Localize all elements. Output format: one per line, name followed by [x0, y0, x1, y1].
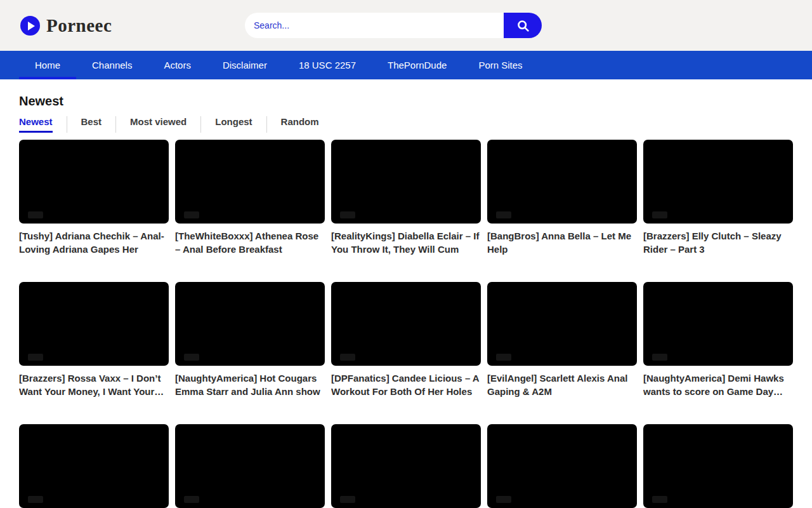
- video-thumbnail[interactable]: [19, 140, 169, 224]
- tab-divider: [266, 116, 267, 133]
- video-title[interactable]: [DPFanatics] Candee Licious – A Workout …: [331, 371, 481, 398]
- tab-divider: [115, 116, 116, 133]
- video-thumbnail[interactable]: [19, 424, 169, 508]
- duration-badge: [28, 211, 43, 218]
- video-card[interactable]: [487, 424, 637, 508]
- video-title[interactable]: [EvilAngel] Scarlett Alexis Anal Gaping …: [487, 371, 637, 398]
- search-button[interactable]: [504, 13, 542, 38]
- search-input[interactable]: [245, 13, 504, 38]
- site-title: Porneec: [46, 15, 112, 36]
- video-thumbnail[interactable]: [331, 424, 481, 508]
- page-title: Newest: [19, 94, 793, 109]
- video-title[interactable]: [BangBros] Anna Bella – Let Me Help: [487, 229, 637, 256]
- video-thumbnail[interactable]: [487, 424, 637, 508]
- duration-badge: [652, 496, 667, 503]
- nav-item-actors[interactable]: Actors: [148, 51, 207, 79]
- video-thumbnail[interactable]: [487, 140, 637, 224]
- video-card[interactable]: [BangBros] Anna Bella – Let Me Help: [487, 140, 637, 256]
- video-card[interactable]: [Tushy] Adriana Chechik – Anal-Loving Ad…: [19, 140, 169, 256]
- sort-tabs: Newest Best Most viewed Longest Random: [19, 116, 793, 133]
- site-header: Porneec: [0, 0, 812, 51]
- video-card[interactable]: [RealityKings] Diabella Eclair – If You …: [331, 140, 481, 256]
- duration-badge: [340, 211, 355, 218]
- video-thumbnail[interactable]: [487, 282, 637, 366]
- duration-badge: [496, 211, 511, 218]
- nav-item-18usc2257[interactable]: 18 USC 2257: [283, 51, 372, 79]
- main-nav: Home Channels Actors Disclaimer 18 USC 2…: [0, 51, 812, 79]
- duration-badge: [340, 496, 355, 503]
- video-title[interactable]: [Brazzers] Rossa Vaxx – I Don’t Want You…: [19, 371, 169, 398]
- duration-badge: [496, 496, 511, 503]
- search-bar: [245, 13, 542, 38]
- duration-badge: [496, 354, 511, 361]
- video-title[interactable]: [Brazzers] Elly Clutch – Sleazy Rider – …: [643, 229, 793, 256]
- video-title[interactable]: [Tushy] Adriana Chechik – Anal-Loving Ad…: [19, 229, 169, 256]
- video-thumbnail[interactable]: [331, 282, 481, 366]
- video-thumbnail[interactable]: [175, 282, 325, 366]
- duration-badge: [652, 211, 667, 218]
- video-thumbnail[interactable]: [175, 424, 325, 508]
- play-icon: [20, 16, 40, 36]
- nav-item-porn-sites[interactable]: Porn Sites: [462, 51, 538, 79]
- nav-item-home[interactable]: Home: [19, 51, 76, 79]
- video-title[interactable]: [NaughtyAmerica] Hot Cougars Emma Starr …: [175, 371, 325, 398]
- video-card[interactable]: [643, 424, 793, 508]
- video-thumbnail[interactable]: [175, 140, 325, 224]
- video-title[interactable]: [TheWhiteBoxxx] Athenea Rose – Anal Befo…: [175, 229, 325, 256]
- duration-badge: [28, 496, 43, 503]
- video-card[interactable]: [331, 424, 481, 508]
- tab-newest[interactable]: Newest: [19, 116, 53, 133]
- tab-divider: [67, 116, 67, 133]
- video-title[interactable]: [RealityKings] Diabella Eclair – If You …: [331, 229, 481, 256]
- video-grid: [Tushy] Adriana Chechik – Anal-Loving Ad…: [19, 140, 793, 508]
- tab-divider: [200, 116, 201, 133]
- tab-random[interactable]: Random: [281, 116, 319, 133]
- video-card[interactable]: [19, 424, 169, 508]
- video-card[interactable]: [175, 424, 325, 508]
- video-thumbnail[interactable]: [19, 282, 169, 366]
- duration-badge: [28, 354, 43, 361]
- video-thumbnail[interactable]: [643, 282, 793, 366]
- search-icon: [516, 19, 530, 32]
- video-card[interactable]: [TheWhiteBoxxx] Athenea Rose – Anal Befo…: [175, 140, 325, 256]
- video-card[interactable]: [Brazzers] Elly Clutch – Sleazy Rider – …: [643, 140, 793, 256]
- main-content: Newest Newest Best Most viewed Longest R…: [0, 94, 812, 508]
- video-thumbnail[interactable]: [643, 140, 793, 224]
- nav-item-disclaimer[interactable]: Disclaimer: [207, 51, 283, 79]
- duration-badge: [340, 354, 355, 361]
- video-card[interactable]: [NaughtyAmerica] Hot Cougars Emma Starr …: [175, 282, 325, 398]
- duration-badge: [184, 496, 199, 503]
- video-thumbnail[interactable]: [643, 424, 793, 508]
- duration-badge: [184, 354, 199, 361]
- nav-item-channels[interactable]: Channels: [76, 51, 148, 79]
- duration-badge: [652, 354, 667, 361]
- video-card[interactable]: [NaughtyAmerica] Demi Hawks wants to sco…: [643, 282, 793, 398]
- duration-badge: [184, 211, 199, 218]
- tab-best[interactable]: Best: [81, 116, 102, 133]
- video-title[interactable]: [NaughtyAmerica] Demi Hawks wants to sco…: [643, 371, 793, 398]
- video-thumbnail[interactable]: [331, 140, 481, 224]
- video-card[interactable]: [EvilAngel] Scarlett Alexis Anal Gaping …: [487, 282, 637, 398]
- video-card[interactable]: [DPFanatics] Candee Licious – A Workout …: [331, 282, 481, 398]
- nav-item-theporndude[interactable]: ThePornDude: [372, 51, 462, 79]
- video-card[interactable]: [Brazzers] Rossa Vaxx – I Don’t Want You…: [19, 282, 169, 398]
- site-logo[interactable]: Porneec: [20, 15, 112, 36]
- tab-most-viewed[interactable]: Most viewed: [130, 116, 187, 133]
- tab-longest[interactable]: Longest: [215, 116, 252, 133]
